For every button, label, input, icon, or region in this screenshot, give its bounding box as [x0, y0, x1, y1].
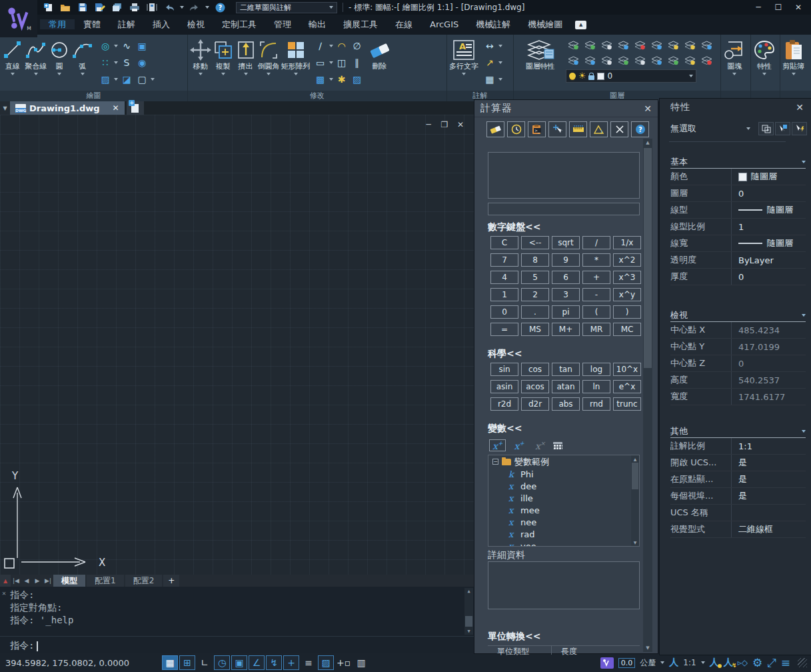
calc-history-icon[interactable]: [507, 121, 525, 137]
resize-grip[interactable]: [798, 658, 807, 667]
scroll-thumb[interactable]: [465, 616, 472, 627]
block-button[interactable]: 圖塊: [723, 37, 746, 75]
layer-tool-button[interactable]: [582, 53, 598, 68]
fillet-button[interactable]: 倒圓角: [258, 37, 280, 75]
calc-key[interactable]: x^2: [613, 253, 641, 267]
annotation-scale-value[interactable]: 1:1: [683, 658, 696, 667]
property-row[interactable]: 線型隨圖層: [670, 202, 806, 219]
status-toggle[interactable]: ∟: [197, 655, 213, 670]
unit-name[interactable]: 公釐: [640, 657, 656, 669]
region-icon[interactable]: ◪: [120, 73, 133, 86]
calc-key[interactable]: +: [582, 271, 610, 284]
property-row[interactable]: 中心點 X485.4234: [670, 322, 806, 339]
wipeout-icon[interactable]: ▢: [135, 73, 149, 86]
status-toggle[interactable]: ≡: [301, 655, 317, 670]
donut-icon[interactable]: ◉: [135, 56, 149, 69]
variable-item[interactable]: xmee: [488, 504, 639, 516]
trim-icon[interactable]: ∕: [314, 39, 327, 53]
units-section-label[interactable]: 單位轉換<<: [488, 631, 540, 643]
selection-filter[interactable]: 無選取: [670, 123, 746, 135]
scroll-down-icon[interactable]: ▼: [464, 628, 473, 635]
calc-science-key[interactable]: sin: [490, 363, 518, 376]
dimension-icon[interactable]: ↔: [483, 39, 496, 53]
table-icon[interactable]: ▦: [483, 73, 496, 86]
layer-tool-button[interactable]: [666, 53, 682, 68]
property-row[interactable]: 開啟 UCS...是: [670, 455, 806, 471]
calc-key[interactable]: /: [582, 236, 610, 249]
status-menu-icon[interactable]: ≡: [781, 656, 790, 669]
calc-science-key[interactable]: e^x: [613, 380, 641, 393]
annotation-visibility-icon[interactable]: 人: [710, 657, 719, 669]
app-status-icon[interactable]: [600, 657, 614, 669]
workspace-select[interactable]: 二維草圖與註解: [236, 2, 337, 13]
ribbon-tab[interactable]: 輸出: [300, 19, 335, 29]
property-row[interactable]: 註解比例1:1: [670, 438, 806, 455]
print-preview-icon[interactable]: [145, 1, 159, 13]
calc-key[interactable]: <--: [521, 236, 549, 249]
calc-get-point-icon[interactable]: [548, 121, 566, 137]
isolate-objects-icon[interactable]: ▹◇: [738, 658, 748, 667]
group-label-draw[interactable]: 繪圖: [0, 91, 187, 101]
clipboard-button[interactable]: 剪貼簿: [782, 37, 804, 75]
calculator-mode-icon[interactable]: [553, 442, 562, 449]
new-file-icon[interactable]: [41, 1, 55, 13]
ribbon-tab[interactable]: 插入: [144, 19, 179, 29]
unit-value-badge[interactable]: 0.0: [618, 658, 636, 668]
rect-array-button[interactable]: 矩形陣列: [281, 37, 311, 75]
science-section-label[interactable]: 科學<<: [488, 348, 522, 360]
calc-key[interactable]: x^y: [613, 288, 641, 301]
calc-intersection-icon[interactable]: [610, 121, 628, 137]
canvas-minimize-icon[interactable]: ─: [424, 120, 433, 129]
status-toggle[interactable]: ▥: [353, 655, 369, 670]
last-layout-icon[interactable]: ▶|: [43, 575, 53, 587]
ribbon-tab[interactable]: 機械註解: [467, 19, 519, 29]
section-view[interactable]: 檢視: [670, 309, 806, 322]
match-icon[interactable]: ∥: [351, 56, 364, 69]
calc-history-area[interactable]: [488, 152, 640, 199]
calc-key[interactable]: C: [490, 236, 518, 249]
calc-key[interactable]: .: [521, 305, 549, 319]
calc-key[interactable]: 1: [490, 288, 518, 301]
calc-help-icon[interactable]: ?: [631, 121, 649, 137]
add-layout-button[interactable]: +: [163, 575, 179, 587]
calc-key[interactable]: 2: [521, 288, 549, 301]
calc-key[interactable]: M+: [552, 323, 580, 336]
variables-folder[interactable]: − 變數範例: [488, 455, 639, 468]
status-toggle[interactable]: ▦: [162, 655, 178, 670]
layer-tool-button[interactable]: [682, 53, 698, 68]
ribbon-tab[interactable]: ArcGIS: [421, 19, 467, 29]
command-history[interactable]: 指令:指定對角點:指令: '_help: [10, 589, 462, 634]
calc-key[interactable]: 6: [552, 271, 580, 284]
variable-item[interactable]: xvee: [488, 540, 639, 547]
calc-key[interactable]: 4: [490, 271, 518, 284]
layer-select[interactable]: ☀ 0: [566, 69, 696, 83]
layer-tool-button[interactable]: [616, 38, 632, 53]
command-input[interactable]: 指令:: [10, 640, 38, 652]
drawing-canvas[interactable]: ─ ❐ ✕ Y X: [0, 115, 474, 575]
next-layout-icon[interactable]: ▶: [32, 575, 43, 587]
explode-icon[interactable]: ✱: [335, 73, 349, 86]
redo-dropdown[interactable]: [205, 6, 209, 9]
maximize-button[interactable]: ☐: [768, 0, 788, 15]
ribbon-tab[interactable]: 註解: [109, 19, 144, 29]
ribbon-tab[interactable]: 檢視: [179, 19, 213, 29]
property-row[interactable]: 中心點 Y417.0199: [670, 339, 806, 355]
ribbon-tab[interactable]: 定制工具: [213, 19, 265, 29]
spline-edit-icon[interactable]: S: [120, 56, 133, 69]
calc-science-key[interactable]: asin: [490, 380, 518, 393]
calc-key[interactable]: 3: [552, 288, 580, 301]
layer-tool-button[interactable]: [649, 53, 665, 68]
arc-button[interactable]: 弧: [71, 37, 94, 75]
calc-key[interactable]: MR: [582, 323, 610, 336]
undo-dropdown[interactable]: [180, 6, 184, 9]
property-row[interactable]: 每個視埠...是: [670, 488, 806, 505]
circle-center-icon[interactable]: ◎: [99, 39, 112, 53]
layer-tool-button[interactable]: [632, 38, 648, 53]
selection-dropdown-icon[interactable]: [746, 127, 750, 130]
calc-paste-to-commandline-icon[interactable]: >_: [528, 121, 546, 137]
calc-science-key[interactable]: 10^x: [613, 363, 641, 376]
status-toggle[interactable]: ↯: [266, 655, 282, 670]
layer-tool-button[interactable]: [649, 38, 665, 53]
document-tab-close-icon[interactable]: ✕: [113, 103, 119, 113]
settings-gear-icon[interactable]: ⚙: [752, 656, 762, 669]
